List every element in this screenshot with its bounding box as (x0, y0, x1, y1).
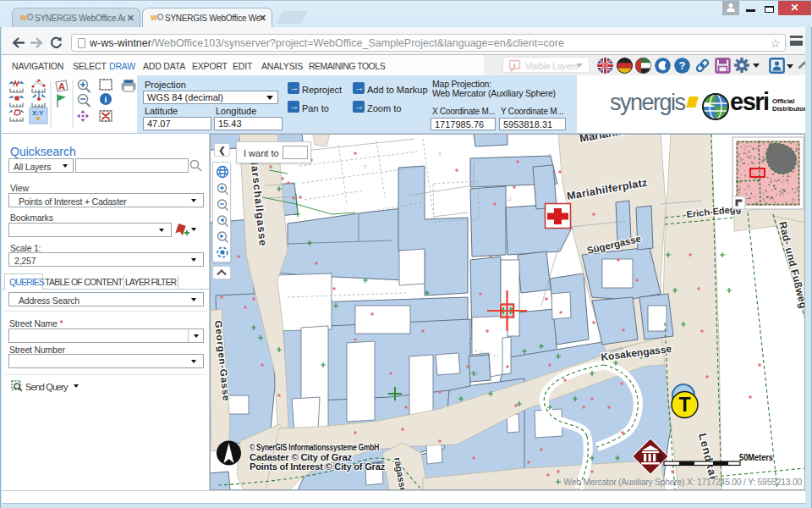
svg-text:50Meters: 50Meters (739, 452, 773, 462)
svg-text:X:Y: X:Y (32, 109, 44, 117)
svg-text:o: o (650, 252, 653, 259)
svg-text:Web Mercator (Auxiliary Sphere: Web Mercator (Auxiliary Sphere) X: 17172… (563, 478, 802, 487)
svg-text:i: i (105, 95, 107, 104)
svg-text:5: 5 (364, 163, 367, 170)
svg-text:0: 0 (657, 452, 662, 462)
svg-text:2: 2 (475, 371, 479, 378)
svg-text:Cadaster © City of Graz: Cadaster © City of Graz (250, 453, 352, 462)
svg-text:T: T (678, 394, 690, 416)
svg-text:5: 5 (438, 151, 442, 157)
svg-text:i: i (513, 62, 515, 69)
svg-text:2: 2 (548, 152, 551, 159)
svg-text:© SynerGIS Informationssysteme: © SynerGIS Informationssysteme GmbH (250, 443, 379, 452)
svg-text:2: 2 (508, 196, 512, 202)
svg-text:Points of Interest © City of G: Points of Interest © City of Graz (250, 462, 385, 472)
svg-text:?: ? (679, 59, 686, 72)
svg-text:A: A (58, 81, 65, 91)
